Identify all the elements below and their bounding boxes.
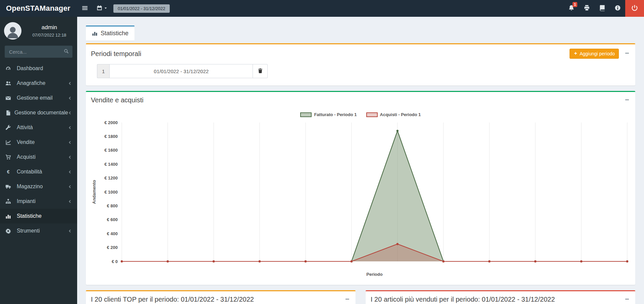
chevron-left-icon bbox=[68, 141, 72, 144]
trash-icon bbox=[258, 68, 263, 74]
chevron-left-icon bbox=[68, 96, 72, 100]
tab-label: Statistiche bbox=[101, 30, 128, 37]
card-title-periodi: Periodi temporali bbox=[91, 50, 141, 58]
topbar-spacer bbox=[170, 0, 564, 17]
sidebar-menu: DashboardAnagraficheGestione emailGestio… bbox=[0, 61, 77, 238]
legend-swatch bbox=[366, 112, 378, 117]
chart-legend: Fatturato - Periodo 1Acquisti - Periodo … bbox=[90, 109, 631, 119]
bar-chart-icon bbox=[92, 31, 98, 36]
periods-body: 1 bbox=[86, 62, 635, 86]
gear-icon bbox=[5, 228, 14, 234]
chart-line-icon bbox=[5, 140, 14, 145]
brand-logo[interactable]: OpenSTAManager bbox=[0, 0, 77, 17]
logout-button[interactable] bbox=[625, 0, 644, 17]
notification-count-badge: 1 bbox=[573, 2, 577, 7]
delete-period-button[interactable] bbox=[253, 64, 268, 78]
card-tools bbox=[344, 296, 351, 303]
card-title-articoli: I 20 articoli più venduti per il periodo… bbox=[371, 296, 555, 303]
svg-text:Periodo: Periodo bbox=[366, 272, 382, 277]
info-button[interactable] bbox=[610, 0, 625, 17]
sidebar-item-anagrafiche[interactable]: Anagrafiche bbox=[0, 76, 77, 91]
user-meta: admin 07/07/2022 12:18 bbox=[25, 24, 73, 38]
sidebar-item-label: Gestione email bbox=[17, 95, 68, 101]
svg-text:€: € bbox=[7, 169, 10, 174]
svg-text:€ 0: € 0 bbox=[112, 259, 118, 264]
wrench-icon bbox=[5, 125, 14, 131]
sidebar-search-input[interactable] bbox=[5, 46, 60, 58]
chevron-left-icon bbox=[68, 170, 72, 174]
sidebar-item-label: Magazzino bbox=[17, 184, 68, 190]
sidebar-item-impianti[interactable]: Impianti bbox=[0, 194, 77, 209]
card-periodi-temporali: Periodi temporali Aggiungi periodo 1 bbox=[86, 43, 635, 86]
legend-label: Fatturato - Periodo 1 bbox=[314, 112, 357, 117]
svg-text:€ 1600: € 1600 bbox=[104, 148, 118, 153]
sidebar-item-strumenti[interactable]: Strumenti bbox=[0, 223, 77, 238]
date-range-badge[interactable]: 01/01/2022 - 31/12/2022 bbox=[113, 4, 170, 13]
svg-text:€ 200: € 200 bbox=[107, 245, 118, 250]
bar-chart-icon bbox=[5, 213, 14, 219]
documentation-button[interactable] bbox=[594, 0, 610, 17]
sidebar-item-acquisti[interactable]: Acquisti bbox=[0, 150, 77, 164]
print-button[interactable] bbox=[579, 0, 594, 17]
card-header: I 20 clienti TOP per il periodo: 01/01/2… bbox=[86, 291, 356, 304]
card-title-vendite: Vendite e acquisti bbox=[91, 96, 144, 104]
sidebar-item-label: Contabilità bbox=[17, 169, 68, 175]
cart-icon bbox=[5, 154, 14, 160]
envelope-icon bbox=[5, 95, 14, 101]
add-period-button[interactable]: Aggiungi periodo bbox=[570, 49, 619, 59]
calendar-menu-button[interactable] bbox=[93, 0, 111, 17]
card-header: I 20 articoli più venduti per il periodo… bbox=[366, 291, 635, 304]
legend-label: Acquisti - Periodo 1 bbox=[380, 112, 421, 117]
svg-text:€ 800: € 800 bbox=[107, 203, 118, 208]
card-vendite-acquisti: Vendite e acquisti Fatturato - Periodo 1… bbox=[86, 91, 635, 285]
sidebar-item-attivita[interactable]: Attività bbox=[0, 120, 77, 135]
collapse-top-clienti-button[interactable] bbox=[344, 296, 351, 303]
legend-item[interactable]: Fatturato - Periodo 1 bbox=[300, 112, 357, 117]
sidebar-item-gestione-email[interactable]: Gestione email bbox=[0, 91, 77, 105]
chevron-left-icon bbox=[68, 82, 72, 85]
chart-body: Fatturato - Periodo 1Acquisti - Periodo … bbox=[86, 107, 635, 285]
sales-purchases-chart: € 0€ 200€ 400€ 600€ 800€ 1000€ 1200€ 140… bbox=[90, 119, 631, 280]
collapse-articoli-button[interactable] bbox=[624, 296, 630, 303]
sidebar-item-contabilita[interactable]: €Contabilità bbox=[0, 164, 77, 179]
sidebar-search-button[interactable] bbox=[60, 46, 72, 58]
card-header: Periodi temporali Aggiungi periodo bbox=[86, 44, 635, 62]
hamburger-icon bbox=[82, 5, 88, 12]
legend-item[interactable]: Acquisti - Periodo 1 bbox=[366, 112, 421, 117]
sidebar-item-vendite[interactable]: Vendite bbox=[0, 135, 77, 150]
sidebar-item-magazzino[interactable]: Magazzino bbox=[0, 179, 77, 194]
sidebar-item-statistiche[interactable]: Statistiche bbox=[0, 209, 77, 223]
chevron-left-icon bbox=[68, 155, 72, 159]
sidebar: admin 07/07/2022 12:18 DashboardAnagrafi… bbox=[0, 17, 77, 304]
plant-icon bbox=[5, 199, 14, 204]
add-period-label: Aggiungi periodo bbox=[580, 51, 615, 56]
period-index: 1 bbox=[97, 64, 109, 78]
sidebar-item-dashboard[interactable]: Dashboard bbox=[0, 61, 77, 76]
printer-icon bbox=[584, 5, 590, 12]
notifications-button[interactable]: 1 bbox=[564, 0, 579, 17]
document-icon bbox=[5, 110, 11, 116]
user-panel: admin 07/07/2022 12:18 bbox=[0, 17, 77, 44]
svg-text:€ 600: € 600 bbox=[107, 217, 118, 222]
user-avatar bbox=[4, 22, 21, 40]
sidebar-item-label: Vendite bbox=[17, 139, 68, 145]
svg-text:€ 1800: € 1800 bbox=[104, 134, 118, 139]
caret-down-icon bbox=[104, 6, 108, 11]
main-content: Statistiche Periodi temporali Aggiungi p… bbox=[77, 17, 644, 304]
sidebar-item-gestione-documentale[interactable]: Gestione documentale bbox=[0, 105, 77, 120]
card-articoli-venduti: I 20 articoli più venduti per il periodo… bbox=[366, 290, 635, 304]
tab-statistiche[interactable]: Statistiche bbox=[86, 26, 135, 41]
sidebar-item-label: Anagrafiche bbox=[17, 80, 68, 86]
collapse-sales-button[interactable] bbox=[624, 97, 630, 104]
collapse-periods-button[interactable] bbox=[624, 50, 630, 57]
period-date-input[interactable] bbox=[109, 64, 253, 78]
svg-text:€ 2000: € 2000 bbox=[104, 120, 118, 125]
legend-swatch bbox=[300, 112, 312, 117]
svg-text:Andamento: Andamento bbox=[92, 180, 97, 204]
info-icon bbox=[614, 5, 621, 12]
sidebar-toggle-button[interactable] bbox=[77, 0, 93, 17]
svg-text:€ 1200: € 1200 bbox=[104, 175, 118, 181]
sidebar-item-label: Statistiche bbox=[17, 213, 72, 219]
chevron-left-icon bbox=[68, 200, 72, 203]
card-title-top-clienti: I 20 clienti TOP per il periodo: 01/01/2… bbox=[91, 296, 254, 303]
